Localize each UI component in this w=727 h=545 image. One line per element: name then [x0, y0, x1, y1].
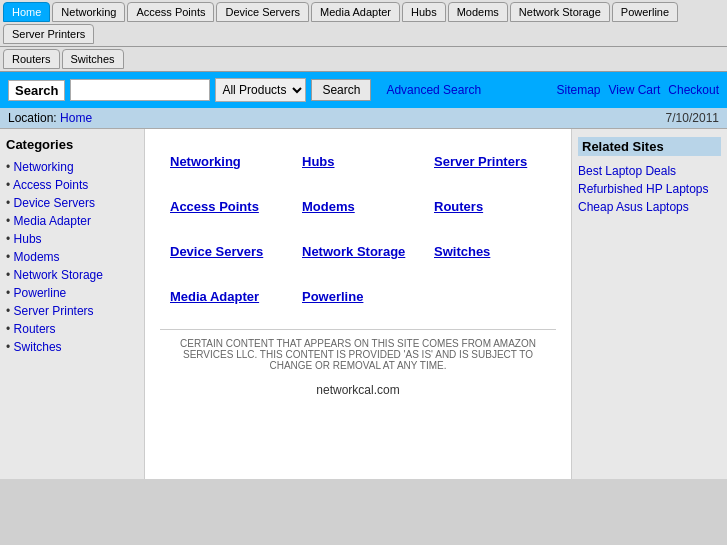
related-link-best-laptop-deals[interactable]: Best Laptop Deals [578, 162, 721, 180]
search-input[interactable] [70, 79, 210, 101]
sidebar-item: Device Servers [6, 194, 138, 212]
nav-tab-access-points[interactable]: Access Points [127, 2, 214, 22]
nav-tab-network-storage[interactable]: Network Storage [510, 2, 610, 22]
category-link-media-adapter[interactable]: Media Adapter [170, 289, 259, 304]
location-text: Location: Home [8, 111, 92, 125]
sidebar-item: Networking [6, 158, 138, 176]
category-cell: Hubs [292, 139, 424, 184]
checkout-link[interactable]: Checkout [668, 83, 719, 97]
main-content: Categories NetworkingAccess PointsDevice… [0, 129, 727, 479]
category-cell: Media Adapter [160, 274, 292, 319]
nav-tab-modems[interactable]: Modems [448, 2, 508, 22]
sidebar-link-modems[interactable]: Modems [14, 250, 60, 264]
search-button[interactable]: Search [311, 79, 371, 101]
category-cell: Routers [424, 184, 556, 229]
category-link-powerline[interactable]: Powerline [302, 289, 363, 304]
sidebar-item: Hubs [6, 230, 138, 248]
center-panel: NetworkingHubsServer PrintersAccess Poin… [145, 129, 572, 479]
category-link-routers[interactable]: Routers [434, 199, 483, 214]
sidebar-link-server-printers[interactable]: Server Printers [14, 304, 94, 318]
category-cell: Network Storage [292, 229, 424, 274]
category-link-network-storage[interactable]: Network Storage [302, 244, 405, 259]
nav-tab-home[interactable]: Home [3, 2, 50, 22]
nav-tab-media-adapter[interactable]: Media Adapter [311, 2, 400, 22]
nav-tab-networking[interactable]: Networking [52, 2, 125, 22]
products-dropdown-wrap: All Products [215, 78, 306, 102]
view-cart-link[interactable]: View Cart [609, 83, 661, 97]
nav-tab-device-servers[interactable]: Device Servers [216, 2, 309, 22]
nav-tab-routers[interactable]: Routers [3, 49, 60, 69]
nav-tab-switches[interactable]: Switches [62, 49, 124, 69]
sidebar-item: Routers [6, 320, 138, 338]
nav-tab-server-printers[interactable]: Server Printers [3, 24, 94, 44]
sidebar: Categories NetworkingAccess PointsDevice… [0, 129, 145, 479]
sidebar-link-media-adapter[interactable]: Media Adapter [14, 214, 91, 228]
sidebar-item: Server Printers [6, 302, 138, 320]
category-cell: Device Servers [160, 229, 292, 274]
sidebar-link-routers[interactable]: Routers [14, 322, 56, 336]
category-link-access-points[interactable]: Access Points [170, 199, 259, 214]
search-label: Search [8, 80, 65, 101]
nav-tab-hubs[interactable]: Hubs [402, 2, 446, 22]
related-links: Best Laptop DealsRefurbished HP LaptopsC… [578, 162, 721, 216]
sidebar-link-powerline[interactable]: Powerline [14, 286, 67, 300]
sidebar-link-hubs[interactable]: Hubs [14, 232, 42, 246]
category-cell: Networking [160, 139, 292, 184]
sidebar-item: Powerline [6, 284, 138, 302]
related-link-cheap-asus-laptops[interactable]: Cheap Asus Laptops [578, 198, 721, 216]
sidebar-link-switches[interactable]: Switches [14, 340, 62, 354]
top-nav-row2: RoutersSwitches [0, 47, 727, 72]
sidebar-item: Switches [6, 338, 138, 356]
search-bar: Search All Products Search Advanced Sear… [0, 72, 727, 108]
top-nav-row1: HomeNetworkingAccess PointsDevice Server… [0, 0, 727, 47]
category-cell: Switches [424, 229, 556, 274]
related-title: Related Sites [578, 137, 721, 156]
category-link-device-servers[interactable]: Device Servers [170, 244, 263, 259]
category-link-server-printers[interactable]: Server Printers [434, 154, 527, 169]
sitemap-link[interactable]: Sitemap [556, 83, 600, 97]
header-right-links: Sitemap View Cart Checkout [556, 83, 719, 97]
sidebar-item: Network Storage [6, 266, 138, 284]
category-link-hubs[interactable]: Hubs [302, 154, 335, 169]
search-links: Advanced Search [386, 83, 481, 97]
advanced-search-link[interactable]: Advanced Search [386, 83, 481, 97]
sidebar-list: NetworkingAccess PointsDevice ServersMed… [6, 158, 138, 356]
sidebar-link-device-servers[interactable]: Device Servers [14, 196, 95, 210]
right-panel: Related Sites Best Laptop DealsRefurbish… [572, 129, 727, 479]
category-cell: Powerline [292, 274, 424, 319]
disclaimer-text: CERTAIN CONTENT THAT APPEARS ON THIS SIT… [160, 329, 556, 379]
sidebar-item: Modems [6, 248, 138, 266]
products-select[interactable]: All Products [215, 78, 306, 102]
location-date: 7/10/2011 [666, 111, 719, 125]
related-link-refurbished-hp-laptops[interactable]: Refurbished HP Laptops [578, 180, 721, 198]
location-bar: Location: Home 7/10/2011 [0, 108, 727, 129]
category-cell: Access Points [160, 184, 292, 229]
sidebar-link-networking[interactable]: Networking [14, 160, 74, 174]
nav-tab-powerline[interactable]: Powerline [612, 2, 678, 22]
category-cell: Server Printers [424, 139, 556, 184]
sidebar-item: Media Adapter [6, 212, 138, 230]
sidebar-link-network-storage[interactable]: Network Storage [14, 268, 103, 282]
category-link-switches[interactable]: Switches [434, 244, 490, 259]
category-link-modems[interactable]: Modems [302, 199, 355, 214]
category-link-networking[interactable]: Networking [170, 154, 241, 169]
location-prefix: Location: [8, 111, 57, 125]
domain-text: networkcal.com [160, 383, 556, 397]
category-cell: Modems [292, 184, 424, 229]
sidebar-item: Access Points [6, 176, 138, 194]
categories-grid: NetworkingHubsServer PrintersAccess Poin… [160, 139, 556, 319]
sidebar-title: Categories [6, 137, 138, 152]
sidebar-link-access-points[interactable]: Access Points [13, 178, 88, 192]
location-home-link[interactable]: Home [60, 111, 92, 125]
category-cell [424, 274, 556, 319]
